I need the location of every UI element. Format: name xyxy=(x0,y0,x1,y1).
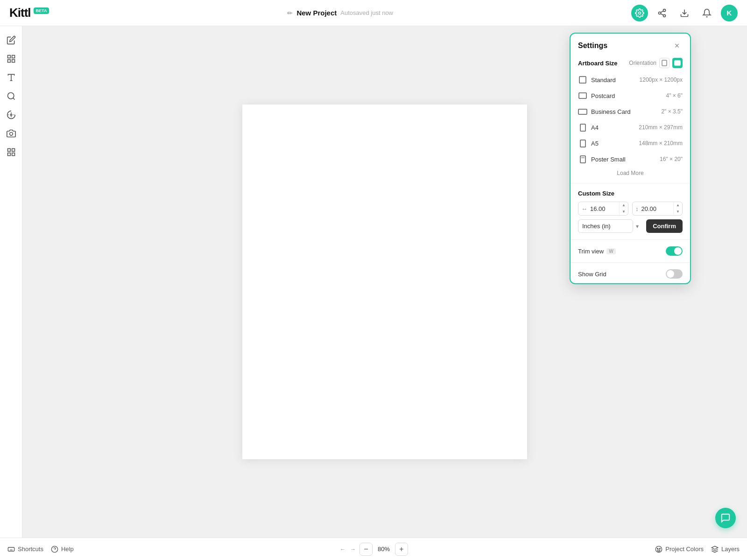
width-icon: ↔ xyxy=(578,205,590,212)
svg-rect-24 xyxy=(579,93,586,98)
sidebar-edit-button[interactable] xyxy=(3,32,20,49)
width-input[interactable] xyxy=(590,203,619,215)
show-grid-label-wrap: Show Grid xyxy=(578,271,606,278)
shortcuts-button[interactable]: Shortcuts xyxy=(7,546,43,553)
artboard-size-section: Artboard Size Orientation xyxy=(571,56,690,72)
height-icon: ↕ xyxy=(633,205,641,212)
shortcuts-label: Shortcuts xyxy=(18,546,43,553)
size-item-standard[interactable]: Standard 1200px × 1200px xyxy=(574,72,686,88)
zoom-arrow-right-button[interactable]: → xyxy=(349,545,357,553)
settings-title: Settings xyxy=(578,42,607,50)
zoom-arrow-left-button[interactable]: ← xyxy=(339,545,346,553)
size-item-poster-small[interactable]: Poster Small 16" × 20" xyxy=(574,151,686,167)
avatar-button[interactable]: K xyxy=(721,5,738,21)
standard-size-dims: 1200px × 1200px xyxy=(640,77,683,83)
orientation-portrait-button[interactable] xyxy=(659,58,669,68)
trim-view-key: W xyxy=(606,248,615,254)
svg-line-14 xyxy=(13,98,14,100)
beta-badge: BETA xyxy=(34,7,49,14)
bottom-right: Project Colors Layers xyxy=(655,546,740,553)
custom-size-title: Custom Size xyxy=(578,190,683,197)
size-item-a5[interactable]: A5 148mm × 210mm xyxy=(574,135,686,151)
load-more-button[interactable]: Load More xyxy=(571,167,690,181)
svg-marker-36 xyxy=(712,546,718,549)
a4-size-dims: 210mm × 297mm xyxy=(639,124,683,131)
settings-divider-2 xyxy=(571,239,690,240)
logo-text: Kittl xyxy=(9,6,31,20)
svg-rect-21 xyxy=(662,60,667,66)
help-label: Help xyxy=(61,546,74,553)
chat-icon xyxy=(720,513,731,523)
settings-button[interactable] xyxy=(631,5,648,21)
avatar-label: K xyxy=(727,9,732,17)
sidebar-grid-button[interactable] xyxy=(3,144,20,161)
size-item-business-card-left: Business Card xyxy=(578,107,631,116)
camera-icon xyxy=(7,129,16,138)
download-button[interactable] xyxy=(676,5,693,21)
orientation-landscape-button[interactable] xyxy=(672,58,683,68)
sidebar-camera-button[interactable] xyxy=(3,125,20,142)
settings-divider-1 xyxy=(571,183,690,183)
landscape-icon xyxy=(674,60,681,66)
share-button[interactable] xyxy=(654,5,670,21)
height-increment-button[interactable]: ▲ xyxy=(674,202,682,209)
width-input-group: ↔ ▲ ▼ xyxy=(578,202,628,216)
svg-rect-20 xyxy=(7,153,10,156)
size-item-standard-left: Standard xyxy=(578,75,616,84)
svg-point-1 xyxy=(663,9,666,11)
svg-point-34 xyxy=(657,548,658,549)
show-grid-toggle[interactable] xyxy=(666,269,683,279)
elements-icon xyxy=(7,110,16,119)
svg-rect-26 xyxy=(580,124,585,131)
height-input[interactable] xyxy=(641,203,674,215)
settings-header: Settings × xyxy=(571,34,690,56)
zoom-in-button[interactable]: + xyxy=(395,543,408,556)
notifications-button[interactable] xyxy=(698,5,715,21)
bell-icon xyxy=(702,8,712,18)
zoom-out-button[interactable]: − xyxy=(359,543,373,556)
zoom-value: 80% xyxy=(375,546,392,553)
help-button[interactable]: Help xyxy=(51,546,74,553)
svg-rect-9 xyxy=(12,60,14,63)
sidebar-text-button[interactable] xyxy=(3,69,20,86)
project-title: New Project xyxy=(296,9,337,17)
svg-rect-7 xyxy=(7,56,10,58)
portrait-icon xyxy=(662,60,667,66)
svg-rect-28 xyxy=(580,156,585,163)
svg-rect-8 xyxy=(12,56,14,58)
orientation-label: Orientation xyxy=(629,60,656,66)
trim-view-label: Trim view xyxy=(578,248,604,255)
business-card-size-icon xyxy=(578,107,587,116)
svg-line-5 xyxy=(661,11,663,12)
layers-label: Layers xyxy=(721,546,740,553)
size-item-a4[interactable]: A4 210mm × 297mm xyxy=(574,119,686,135)
unit-select[interactable]: Inches (in) Centimeters (cm) Millimeters… xyxy=(578,219,633,233)
project-colors-button[interactable]: Project Colors xyxy=(655,546,704,553)
sidebar-templates-button[interactable] xyxy=(3,50,20,67)
width-increment-button[interactable]: ▲ xyxy=(620,202,628,209)
bottom-bar: Shortcuts Help ← → − 80% + Project Color… xyxy=(0,538,747,560)
settings-close-button[interactable]: × xyxy=(671,40,683,51)
layers-button[interactable]: Layers xyxy=(711,546,740,553)
confirm-button[interactable]: Confirm xyxy=(646,219,683,233)
height-decrement-button[interactable]: ▼ xyxy=(674,209,682,215)
height-stepper: ▲ ▼ xyxy=(673,202,682,215)
svg-rect-19 xyxy=(12,153,14,156)
svg-rect-18 xyxy=(12,149,14,152)
width-decrement-button[interactable]: ▼ xyxy=(620,209,628,215)
svg-point-0 xyxy=(639,12,641,14)
sidebar-elements-button[interactable] xyxy=(3,106,20,123)
trim-view-toggle[interactable] xyxy=(666,246,683,256)
chat-fab-button[interactable] xyxy=(715,508,736,528)
share-icon xyxy=(657,8,667,18)
orientation-group: Orientation xyxy=(629,58,683,68)
pencil-icon: ✏ xyxy=(287,9,293,17)
svg-rect-25 xyxy=(578,109,587,114)
size-item-postcard[interactable]: Postcard 4" × 6" xyxy=(574,88,686,104)
header-center: ✏ New Project Autosaved just now xyxy=(287,9,393,17)
size-item-business-card[interactable]: Business Card 2" × 3.5" xyxy=(574,104,686,119)
custom-size-section: Custom Size ↔ ▲ ▼ ↕ ▲ ▼ xyxy=(571,185,690,238)
sidebar-search-button[interactable] xyxy=(3,88,20,105)
zoom-controls: ← → − 80% + xyxy=(339,543,408,556)
settings-divider-3 xyxy=(571,262,690,263)
